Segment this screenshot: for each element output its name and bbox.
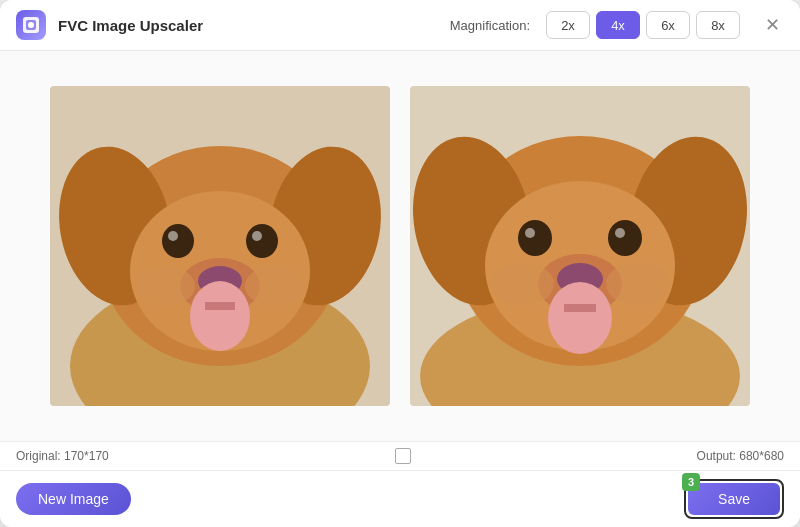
center-square-icon xyxy=(395,448,411,464)
magnification-label: Magnification: xyxy=(450,18,530,33)
svg-point-33 xyxy=(490,262,554,306)
svg-point-2 xyxy=(28,22,34,28)
save-badge: 3 xyxy=(682,473,700,491)
output-image xyxy=(410,86,750,406)
save-section: 3 Save xyxy=(684,479,784,519)
titlebar: FVC Image Upscaler Magnification: 2x 4x … xyxy=(0,0,800,51)
svg-point-11 xyxy=(246,224,278,258)
svg-point-27 xyxy=(608,220,642,256)
mag-6x-button[interactable]: 6x xyxy=(646,11,690,39)
new-image-button[interactable]: New Image xyxy=(16,483,131,515)
mag-8x-button[interactable]: 8x xyxy=(696,11,740,39)
mag-2x-button[interactable]: 2x xyxy=(546,11,590,39)
mag-4x-button[interactable]: 4x xyxy=(596,11,640,39)
logo-icon xyxy=(21,15,41,35)
app-title: FVC Image Upscaler xyxy=(58,17,438,34)
original-image xyxy=(50,86,390,406)
save-button[interactable]: Save xyxy=(688,483,780,515)
svg-point-18 xyxy=(245,266,305,306)
svg-point-10 xyxy=(168,231,178,241)
svg-rect-16 xyxy=(205,302,235,310)
original-image-panel xyxy=(50,86,390,406)
svg-rect-32 xyxy=(564,304,596,312)
svg-point-34 xyxy=(606,262,670,306)
output-image-panel xyxy=(410,86,750,406)
statusbar: Original: 170*170 Output: 680*680 xyxy=(0,441,800,470)
svg-point-17 xyxy=(135,266,195,306)
main-content xyxy=(0,51,800,441)
svg-point-9 xyxy=(162,224,194,258)
close-button[interactable]: ✕ xyxy=(760,13,784,37)
magnification-controls: 2x 4x 6x 8x xyxy=(546,11,740,39)
svg-point-26 xyxy=(525,228,535,238)
svg-point-12 xyxy=(252,231,262,241)
svg-point-31 xyxy=(548,282,612,354)
svg-point-15 xyxy=(190,281,250,351)
output-size-label: Output: 680*680 xyxy=(697,449,784,463)
app-logo xyxy=(16,10,46,40)
svg-point-25 xyxy=(518,220,552,256)
app-window: FVC Image Upscaler Magnification: 2x 4x … xyxy=(0,0,800,527)
svg-point-28 xyxy=(615,228,625,238)
close-icon: ✕ xyxy=(765,14,780,36)
footer: New Image 3 Save xyxy=(0,470,800,527)
original-size-label: Original: 170*170 xyxy=(16,449,109,463)
